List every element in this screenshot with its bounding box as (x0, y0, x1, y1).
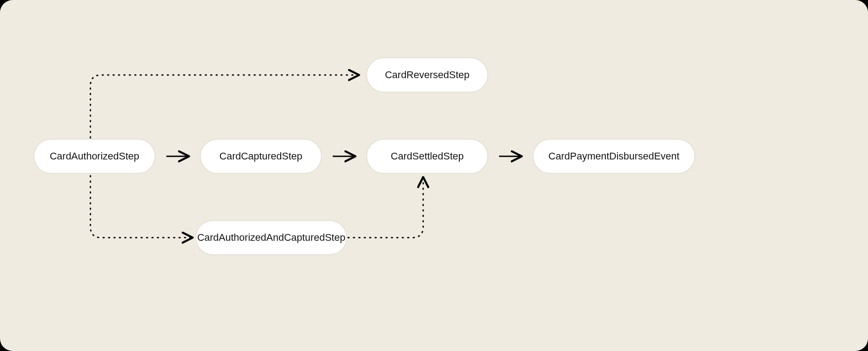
edge-authandcaptured-to-settled (348, 178, 423, 238)
node-card-authorized-and-captured-step: CardAuthorizedAndCapturedStep (195, 220, 347, 255)
edge-authorized-to-authandcaptured (90, 176, 192, 238)
node-card-captured-step: CardCapturedStep (200, 139, 322, 174)
edge-authorized-to-reversed (90, 75, 358, 138)
node-card-payment-disbursed-event: CardPaymentDisbursedEvent (533, 139, 695, 174)
node-card-reversed-step: CardReversedStep (366, 57, 488, 93)
diagram-canvas: CardAuthorizedStep CardCapturedStep Card… (0, 0, 868, 351)
connectors (0, 0, 868, 351)
node-card-authorized-step: CardAuthorizedStep (33, 139, 156, 174)
node-card-settled-step: CardSettledStep (366, 139, 488, 174)
